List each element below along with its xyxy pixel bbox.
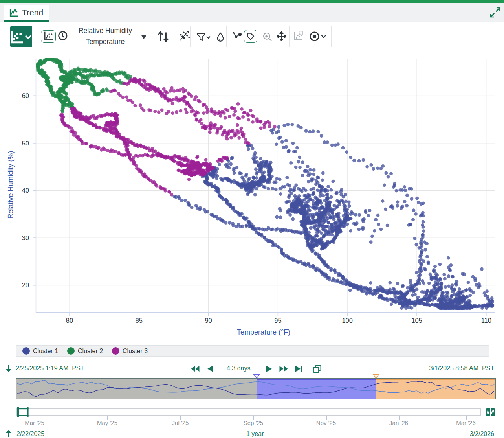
- svg-text:105: 105: [411, 317, 422, 324]
- svg-text:85: 85: [136, 317, 143, 324]
- svg-text:50: 50: [22, 140, 29, 147]
- svg-text:Temperature (°F): Temperature (°F): [237, 328, 290, 336]
- svg-text:100: 100: [342, 317, 353, 324]
- svg-text:40: 40: [22, 187, 29, 194]
- svg-text:30: 30: [22, 234, 29, 241]
- svg-text:Relative Humidity (%): Relative Humidity (%): [7, 151, 15, 219]
- svg-text:95: 95: [274, 317, 281, 324]
- svg-text:20: 20: [22, 282, 29, 289]
- svg-text:80: 80: [66, 317, 73, 324]
- svg-text:60: 60: [22, 92, 29, 99]
- svg-text:110: 110: [481, 317, 491, 324]
- svg-text:90: 90: [205, 317, 212, 324]
